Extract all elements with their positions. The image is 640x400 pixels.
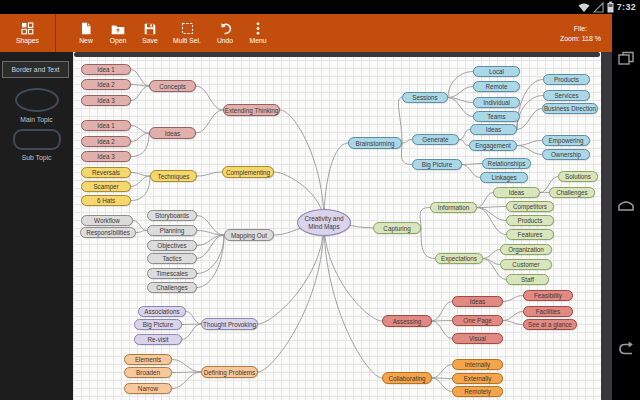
mindmap-node-reversals[interactable]: Reversals (81, 167, 131, 178)
mindmap-node-staff[interactable]: Staff (506, 274, 549, 285)
mindmap-node-linkages[interactable]: Linkages (480, 172, 528, 183)
mindmap-node-broaden[interactable]: Broaden (124, 367, 172, 378)
back-icon[interactable] (617, 340, 635, 358)
multi-select-button[interactable]: Multi Sel. (166, 14, 208, 52)
mindmap-node-generate[interactable]: Generate (412, 134, 459, 145)
mindmap-node-ideas_pink[interactable]: Ideas (149, 127, 196, 139)
mindmap-node-remote[interactable]: Remote (473, 81, 520, 92)
mindmap-node-big_picture_b[interactable]: Big Picture (412, 159, 462, 170)
mindmap-node-revisit[interactable]: Re-visit (134, 334, 182, 345)
mindmap-node-challenges_g[interactable]: Challenges (147, 282, 197, 293)
mindmap-node-glance[interactable]: See at a glance (523, 319, 577, 330)
mindmap-node-idea_b3[interactable]: Idea 3 (81, 151, 131, 162)
mindmap-edge (477, 207, 506, 208)
mindmap-node-one_page[interactable]: One Page (452, 315, 503, 326)
mindmap-node-individual[interactable]: Individual (473, 97, 520, 108)
mindmap-node-planning[interactable]: Planning (147, 225, 197, 236)
mindmap-node-features[interactable]: Features (506, 229, 554, 240)
mindmap-canvas[interactable]: Idea 1Idea 2Idea 3ConceptsIdea 1Idea 2Id… (73, 52, 601, 400)
save-button[interactable]: Save (134, 14, 166, 52)
mindmap-node-defining_prob[interactable]: Defining Problems (201, 366, 258, 378)
mindmap-node-remotely[interactable]: Remotely (452, 386, 503, 397)
new-button[interactable]: New (70, 14, 102, 52)
horizontal-scrollbar[interactable] (74, 52, 600, 57)
mindmap-node-responsibilities[interactable]: Responsibilities (80, 227, 136, 238)
mindmap-node-idea_b1[interactable]: Idea 1 (81, 120, 131, 131)
mindmap-node-idea_b2[interactable]: Idea 2 (81, 136, 131, 147)
mindmap-node-tactics[interactable]: Tactics (147, 253, 197, 264)
mindmap-edge (131, 126, 149, 134)
undo-button[interactable]: Undo (208, 14, 242, 52)
mindmap-node-elements[interactable]: Elements (124, 354, 172, 365)
mindmap-node-facilities[interactable]: Facilities (523, 306, 573, 317)
home-icon[interactable] (617, 196, 635, 214)
mindmap-node-relationships[interactable]: Relationships (482, 158, 531, 169)
sidebar-item-main-topic[interactable]: Main Topic (0, 88, 73, 123)
sub-topic-label: Sub Topic (22, 154, 52, 161)
vertical-scrollbar[interactable] (601, 52, 612, 400)
mindmap-node-products_g[interactable]: Products (506, 215, 554, 226)
mindmap-edge (517, 96, 543, 130)
mindmap-node-storyboards[interactable]: Storyboards (147, 210, 197, 221)
mindmap-node-capturing[interactable]: Capturing (373, 222, 421, 234)
mindmap-node-bus_dir[interactable]: Business Direction (542, 103, 598, 114)
mindmap-node-expectations[interactable]: Expectations (435, 253, 483, 264)
mindmap-node-ownership[interactable]: Ownership (542, 149, 590, 160)
recent-apps-icon[interactable] (617, 50, 635, 68)
mindmap-node-competitors[interactable]: Competitors (506, 201, 554, 212)
mindmap-node-challenges_green[interactable]: Challenges (549, 187, 595, 198)
mindmap-node-services[interactable]: Services (543, 90, 590, 101)
mindmap-node-idea_a2[interactable]: Idea 2 (81, 79, 131, 90)
mindmap-edge (197, 235, 224, 246)
mindmap-edge (448, 72, 473, 98)
shapes-button-label: Shapes (16, 37, 39, 44)
mindmap-node-teams[interactable]: Teams (473, 111, 520, 122)
sidebar-item-sub-topic[interactable]: Sub Topic (0, 129, 73, 161)
mindmap-node-big_picture_p[interactable]: Big Picture (134, 319, 182, 330)
mindmap-node-solutions[interactable]: Solutions (558, 171, 598, 182)
mindmap-node-collaborating[interactable]: Collaborating (382, 372, 432, 384)
mindmap-node-scamper[interactable]: Scamper (81, 181, 131, 192)
mindmap-node-sessions[interactable]: Sessions (402, 92, 448, 103)
mindmap-node-ideas_green[interactable]: Ideas (493, 187, 540, 198)
mindmap-node-techniques[interactable]: Techniques (150, 170, 197, 182)
mindmap-node-mapping_out[interactable]: Mapping Out (224, 229, 274, 241)
mindmap-node-concepts[interactable]: Concepts (149, 80, 196, 92)
mindmap-node-feasibility[interactable]: Feasibility (523, 290, 573, 301)
mindmap-node-six_hats[interactable]: 6 Hats (81, 195, 131, 206)
mindmap-node-products_b[interactable]: Products (543, 74, 590, 85)
mindmap-node-externally[interactable]: Externally (452, 373, 503, 384)
mindmap-node-workflow[interactable]: Workflow (81, 215, 133, 226)
menu-button[interactable]: Menu (242, 14, 274, 52)
mindmap-node-assessing[interactable]: Assessing (382, 315, 432, 327)
mindmap-node-empowering[interactable]: Empowering (542, 135, 590, 146)
mindmap-node-thought_prov[interactable]: Thought Provoking (201, 318, 258, 330)
mindmap-node-center[interactable]: Creativity and Mind Maps (297, 209, 351, 236)
mindmap-node-objectives[interactable]: Objectives (147, 240, 197, 251)
mindmap-node-engagement[interactable]: Engagement (469, 140, 517, 151)
mindmap-node-associations[interactable]: Associations (138, 306, 186, 317)
mindmap-edge (131, 176, 150, 187)
mindmap-node-idea_a1[interactable]: Idea 1 (81, 64, 131, 75)
mindmap-edge (172, 372, 201, 389)
mindmap-node-ext_think[interactable]: Extending Thinking (223, 104, 280, 116)
main-topic-shape-preview[interactable] (15, 88, 59, 112)
mindmap-node-ideas_blue[interactable]: Ideas (470, 124, 517, 135)
mindmap-node-customer[interactable]: Customer (500, 259, 552, 270)
mindmap-node-organization[interactable]: Organization (500, 244, 552, 255)
mindmap-node-ideas_red[interactable]: Ideas (452, 296, 503, 307)
mindmap-node-brainstorming[interactable]: Brainstorming (348, 137, 402, 149)
mindmap-node-narrow[interactable]: Narrow (124, 383, 172, 394)
mindmap-node-timescales[interactable]: Timescales (147, 268, 197, 279)
mindmap-edge (503, 321, 523, 325)
mindmap-node-local[interactable]: Local (473, 66, 520, 77)
sub-topic-shape-preview[interactable] (13, 129, 61, 150)
mindmap-node-complementing[interactable]: Complementing (222, 166, 274, 178)
mindmap-edge (398, 98, 402, 144)
mindmap-node-internally[interactable]: Internally (452, 359, 503, 370)
mindmap-node-information[interactable]: Information (430, 202, 477, 213)
open-button[interactable]: Open (102, 14, 134, 52)
mindmap-node-visual[interactable]: Visual (452, 333, 503, 344)
mindmap-node-idea_a3[interactable]: Idea 3 (81, 95, 131, 106)
shapes-button[interactable]: Shapes (0, 14, 55, 52)
